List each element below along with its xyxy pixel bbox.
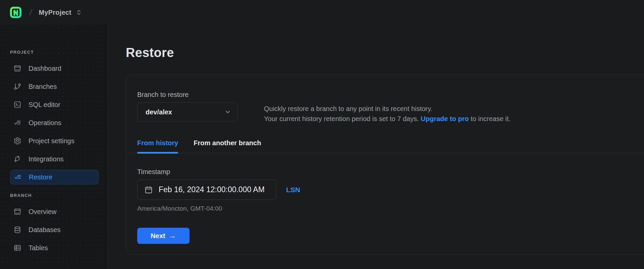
sidebar-item-operations[interactable]: Operations: [10, 115, 99, 130]
branch-select-column: Branch to restore dev/alex: [137, 91, 238, 122]
branch-select-row: Branch to restore dev/alex Quickly resto…: [137, 91, 634, 122]
sidebar-item-tables[interactable]: Tables: [10, 240, 99, 255]
sidebar-item-label: Restore: [29, 173, 52, 181]
timezone-text: America/Moncton, GMT-04:00: [137, 205, 634, 212]
sidebar-item-project-settings[interactable]: Project settings: [10, 133, 99, 148]
integrations-icon: [13, 155, 21, 163]
calendar-icon: [144, 185, 153, 194]
upgrade-to-pro-link[interactable]: Upgrade to pro: [421, 115, 469, 122]
dashboard-icon: [13, 64, 21, 72]
branch-select-label: Branch to restore: [137, 91, 238, 99]
sidebar-item-label: Databases: [29, 226, 61, 234]
sidebar-item-label: Tables: [29, 244, 48, 252]
tab-from-history[interactable]: From history: [137, 139, 178, 153]
branch-select-value: dev/alex: [146, 108, 224, 116]
sidebar-item-partial[interactable]: [10, 259, 99, 269]
timestamp-label: Timestamp: [137, 168, 634, 176]
neon-logo-icon[interactable]: [9, 6, 22, 18]
databases-icon: [13, 226, 21, 234]
sidebar-item-label: Operations: [29, 119, 61, 127]
sidebar-section-project: PROJECT: [0, 50, 108, 55]
settings-gear-icon: [13, 137, 21, 145]
main-content: Restore Branch to restore dev/alex Qui: [108, 25, 644, 269]
sidebar-item-sql-editor[interactable]: SQL editor: [10, 97, 99, 112]
sidebar-item-label: Dashboard: [29, 65, 61, 72]
project-name[interactable]: MyProject: [39, 9, 71, 16]
branch-select[interactable]: dev/alex: [137, 102, 238, 122]
next-button-label: Next: [151, 232, 165, 240]
sidebar-item-label: Overview: [29, 208, 56, 216]
sidebar-item-overview[interactable]: Overview: [10, 204, 99, 219]
branches-icon: [13, 83, 21, 91]
body-row: PROJECT Dashboard Branches SQL editor: [0, 25, 644, 269]
tab-from-another-branch[interactable]: From another branch: [194, 139, 261, 153]
tables-icon: [13, 244, 21, 252]
page-title: Restore: [126, 45, 644, 60]
arrow-right-icon: →: [169, 232, 176, 239]
chevron-down-icon: [224, 108, 231, 116]
sidebar-section-branch: BRANCH: [0, 193, 108, 198]
timestamp-value: Feb 16, 2024 12:00:00.000 AM: [159, 185, 265, 194]
description-line-2: Your current history retention period is…: [264, 114, 511, 124]
project-switcher-unfold-icon[interactable]: [76, 9, 82, 16]
sql-editor-icon: [13, 101, 21, 109]
sidebar-item-restore[interactable]: Restore: [10, 170, 99, 184]
sidebar: PROJECT Dashboard Branches SQL editor: [0, 25, 108, 269]
operations-icon: [13, 119, 21, 127]
restore-card: Branch to restore dev/alex Quickly resto…: [126, 74, 644, 255]
breadcrumb-separator: /: [29, 7, 33, 18]
topbar: / MyProject: [0, 0, 644, 25]
sidebar-item-branches[interactable]: Branches: [10, 79, 99, 94]
restore-description: Quickly restore a branch to any point in…: [264, 104, 511, 124]
sidebar-item-label: SQL editor: [29, 101, 60, 109]
app-root: / MyProject PROJECT Dashboard Br: [0, 0, 644, 269]
sidebar-item-databases[interactable]: Databases: [10, 222, 99, 237]
next-button[interactable]: Next →: [137, 228, 190, 244]
description-line-1: Quickly restore a branch to any point in…: [264, 104, 511, 114]
timestamp-row: Feb 16, 2024 12:00:00.000 AM LSN: [137, 179, 634, 200]
restore-tabs: From history From another branch: [126, 139, 644, 153]
sidebar-item-dashboard[interactable]: Dashboard: [10, 61, 99, 76]
sidebar-item-label: Branches: [29, 83, 57, 91]
overview-icon: [13, 208, 21, 216]
sidebar-item-integrations[interactable]: Integrations: [10, 152, 99, 166]
restore-icon: [14, 173, 22, 181]
timestamp-input[interactable]: Feb 16, 2024 12:00:00.000 AM: [137, 179, 276, 200]
lsn-link[interactable]: LSN: [286, 186, 300, 194]
sidebar-item-label: Project settings: [29, 137, 74, 145]
sidebar-item-label: Integrations: [29, 155, 64, 163]
